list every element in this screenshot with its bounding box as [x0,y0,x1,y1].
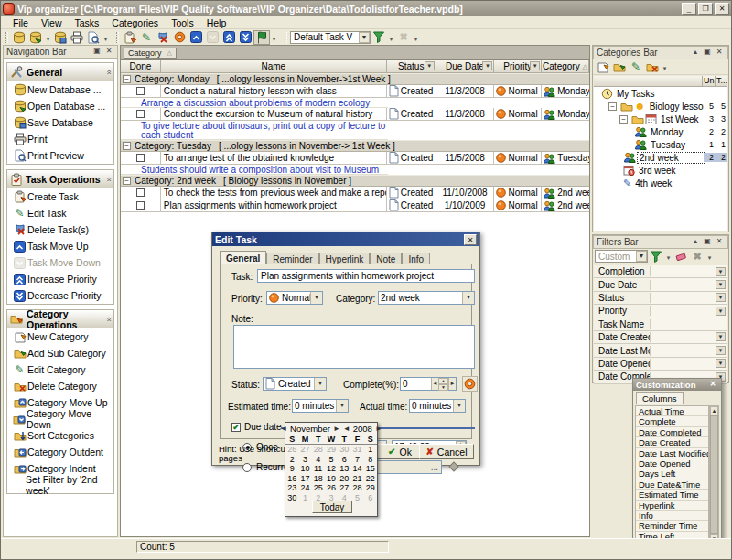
menu-tasks[interactable]: Tasks [69,16,106,29]
tree-column-header[interactable]: T... [715,76,727,86]
done-checkbox[interactable] [136,201,145,210]
group-row[interactable]: − Category: Monday [ ...ology lessons in… [121,73,589,85]
apply-filter-button[interactable] [648,249,664,264]
nav-section-header[interactable]: General » [7,63,113,81]
task-move-up-button[interactable] [188,30,204,45]
chevron-down-icon[interactable]: ▾ [664,249,673,264]
complete-spin-edit[interactable]: 0 ◄ ▲▼ ► [400,377,457,391]
done-checkbox[interactable] [136,87,145,95]
calendar-day[interactable]: 18 [312,474,325,484]
filter-value[interactable]: ▼ [651,305,727,317]
toolbar-overflow-icon[interactable]: ▾ [705,249,714,264]
column-option-info[interactable]: Info [636,511,708,521]
close-icon[interactable]: ✕ [707,380,718,390]
calendar-day[interactable]: 17 [298,474,311,484]
nav-item-set-filter-by-2nd-week[interactable]: Set Filter by '2nd week' [7,477,113,493]
tree-node-2nd-week[interactable]: 2nd week22 [594,151,727,164]
next-year-icon[interactable]: ► [375,425,382,433]
nav-section-header[interactable]: Task Operations » [7,170,113,188]
collapse-group-icon[interactable]: − [123,75,131,83]
dialog-tab-general[interactable]: General [220,251,266,264]
nav-item-category-move-down[interactable]: Category Move Down [7,411,113,427]
toolbar-grip[interactable] [285,32,287,43]
nav-item-delete-category[interactable]: Delete Category [7,378,113,394]
calendar-day[interactable]: 3 [298,455,311,465]
nav-item-edit-task[interactable]: ✎ Edit Task [7,205,113,221]
pin-icon[interactable]: ▣ [702,237,713,247]
calendar-day[interactable]: 12 [325,464,338,474]
column-header-done[interactable]: Done [121,60,161,72]
spin-up-icon[interactable]: ▲ [438,378,448,384]
maximize-button[interactable]: ❐ [698,3,713,15]
calendar-day[interactable]: 20 [338,474,350,484]
step-right-icon[interactable]: ► [448,378,456,390]
menu-tools[interactable]: Tools [165,16,200,29]
calendar-day[interactable]: 30 [338,445,350,455]
scroll-up-icon[interactable]: ▲ [710,406,718,415]
filter-row-task-name[interactable]: Task Name [594,318,727,331]
nav-item-create-task[interactable]: Create Task [7,188,113,205]
chevron-double-icon[interactable]: » [103,317,113,321]
calendar-day[interactable]: 5 [325,455,338,465]
calendar-day[interactable]: 16 [285,474,298,484]
estimated-time-combo[interactable]: 0 minutes ▼ [292,399,349,413]
filter-row-date-opened[interactable]: Date Opened ▼ [594,358,727,371]
chevron-down-icon[interactable]: ▼ [636,251,647,262]
done-checkbox[interactable] [136,110,145,118]
increase-priority-button[interactable] [221,30,237,45]
filter-value[interactable]: ▼ [651,344,727,356]
calendar-day[interactable]: 27 [298,445,311,455]
calendar-day[interactable]: 28 [350,483,363,493]
calendar-day[interactable]: 28 [312,445,325,455]
calendar-day[interactable]: 30 [285,493,298,503]
complete-task-button[interactable] [462,376,478,392]
filter-row-due-date[interactable]: Due Date ▼ [594,278,727,291]
nav-item-new-database[interactable]: New Database ... [7,81,113,98]
column-header-category[interactable]: Category △ [542,60,589,72]
nav-item-delete-task-s[interactable]: Delete Task(s) [7,221,113,238]
tree-node-1st-week[interactable]: −1st Week33 [594,113,727,125]
column-header-status[interactable]: Status ▼ [387,60,436,72]
close-button[interactable]: ✕ [715,3,729,15]
filter-value[interactable]: ▼ [651,331,727,343]
filter-value[interactable] [651,318,727,330]
nav-item-open-database[interactable]: Open Database ... [7,98,113,114]
calendar-day[interactable]: 25 [312,483,325,493]
nav-item-task-move-up[interactable]: Task Move Up [7,238,113,254]
task-row[interactable]: Plan assignments within homework project… [121,199,589,212]
task-move-down-button[interactable] [204,30,221,45]
nav-item-new-category[interactable]: New Category [7,328,113,345]
filter-value[interactable]: ▼ [651,358,727,370]
calendar-day[interactable]: 6 [364,493,377,503]
priority-combo[interactable]: Normal ▼ [266,291,323,305]
calendar-day[interactable]: 2 [285,455,298,465]
status-combo[interactable]: Created ▼ [263,377,327,391]
task-row[interactable]: To check the tests from previous week an… [121,187,589,199]
calendar-day[interactable]: 6 [338,455,350,465]
chevron-down-icon[interactable]: ▼ [716,359,726,368]
collapse-icon[interactable]: ▴ [690,48,701,58]
ok-button[interactable]: ✔ Ok [375,444,425,459]
column-option-complete[interactable]: Complete [636,416,708,426]
calendar-day[interactable]: 31 [350,445,363,455]
column-option-actual-time[interactable]: Actual Time [636,406,708,416]
tree-node-my-tasks[interactable]: My Tasks [594,87,727,100]
pin-icon[interactable]: ▣ [702,48,713,58]
today-button[interactable]: Today [312,501,352,513]
tree-node-biology-lessons-in-novemt[interactable]: −☻Biology lessons in Novemt55 [594,100,727,113]
filter-dropdown-icon[interactable]: ▼ [482,61,492,70]
complete-task-button[interactable] [171,30,188,45]
group-by-category-button[interactable]: Category △ [124,48,177,59]
collapse-group-icon[interactable]: − [123,142,131,150]
done-checkbox[interactable] [136,154,145,162]
nav-section-header[interactable]: Category Operations » [7,310,113,328]
chevron-down-icon[interactable]: ▼ [716,267,726,276]
calendar-day[interactable]: 5 [350,493,363,503]
delete-task-button[interactable] [155,30,171,45]
task-row[interactable]: Conduct the excursion to Museum of natur… [121,108,589,121]
tree-node-monday[interactable]: Monday22 [594,125,727,138]
nav-item-save-database[interactable]: Save Database [7,114,113,131]
filter-dropdown-icon[interactable]: ▼ [530,61,540,70]
recurrence-browse-button[interactable]: ... [431,462,441,472]
create-task-button[interactable] [122,30,138,45]
